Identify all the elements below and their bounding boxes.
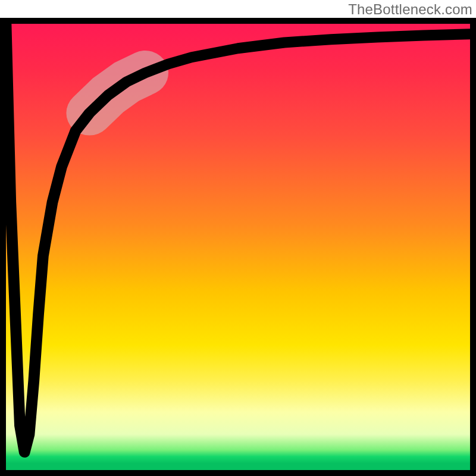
bottleneck-curve (6, 24, 470, 452)
curve-layer (6, 24, 470, 470)
chart-root: TheBottleneck.com (0, 0, 476, 476)
watermark-text: TheBottleneck.com (348, 1, 472, 18)
plot-frame (0, 18, 476, 476)
